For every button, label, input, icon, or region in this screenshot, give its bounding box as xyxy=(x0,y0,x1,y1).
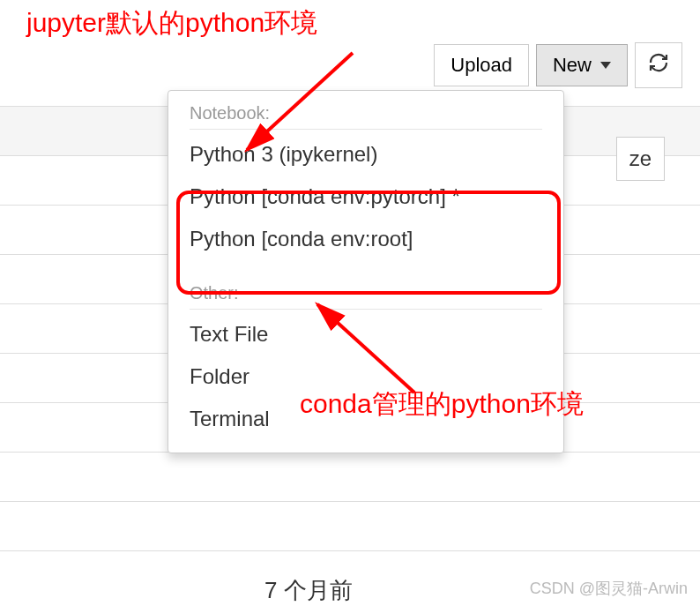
list-row xyxy=(0,501,700,550)
upload-button[interactable]: Upload xyxy=(434,44,529,86)
annotation-default-kernel-label: jupyter默认的python环境 xyxy=(26,5,317,41)
caret-down-icon xyxy=(600,62,611,69)
watermark: CSDN @图灵猫-Arwin xyxy=(530,578,688,599)
new-button-label: New xyxy=(553,54,592,77)
kernel-python3[interactable]: Python 3 (ipykernel) xyxy=(168,133,563,176)
other-section-header: Other: xyxy=(190,278,542,310)
size-column-fragment: ze xyxy=(616,137,665,181)
new-text-file[interactable]: Text File xyxy=(168,313,563,355)
refresh-button[interactable] xyxy=(635,42,682,88)
toolbar: Upload New xyxy=(434,42,682,88)
new-button[interactable]: New xyxy=(536,44,628,86)
new-dropdown: Notebook: Python 3 (ipykernel) Python [c… xyxy=(168,90,564,453)
kernel-conda-root[interactable]: Python [conda env:root] xyxy=(168,218,563,260)
new-terminal[interactable]: Terminal xyxy=(168,398,563,440)
notebook-section-header: Notebook: xyxy=(190,98,542,130)
kernel-conda-pytorch[interactable]: Python [conda env:pytorch] * xyxy=(168,176,563,218)
new-folder[interactable]: Folder xyxy=(168,355,563,398)
refresh-icon xyxy=(648,52,669,79)
timestamp-fragment: 7 个月前 xyxy=(264,575,353,606)
list-row xyxy=(0,452,700,501)
